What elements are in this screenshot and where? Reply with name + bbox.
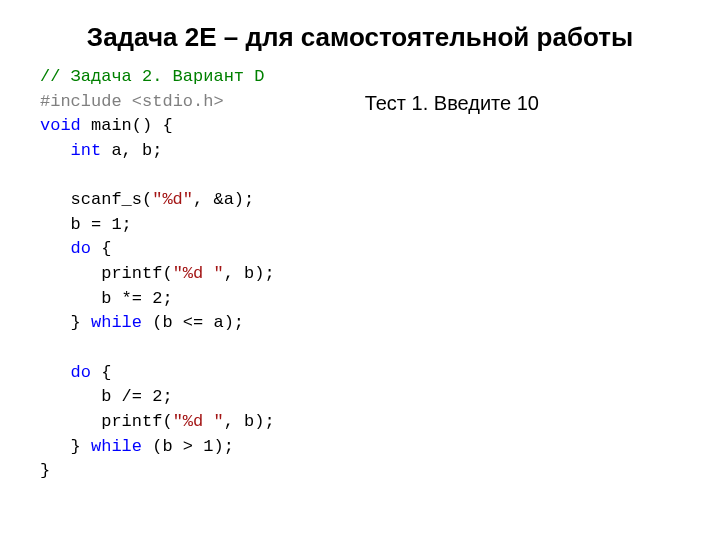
- code-decl: a, b;: [101, 141, 162, 160]
- code-printf2a: printf(: [40, 412, 173, 431]
- code-kw-void: void: [40, 116, 81, 135]
- code-kw-do2: do: [71, 363, 91, 382]
- code-scanf: scanf_s(: [40, 190, 152, 209]
- code-close1: }: [40, 313, 91, 332]
- code-kw-int: int: [71, 141, 102, 160]
- code-str-d: "%d": [152, 190, 193, 209]
- code-preproc: #include: [40, 92, 122, 111]
- code-brace1: {: [91, 239, 111, 258]
- code-str-d-sp1: "%d ": [173, 264, 224, 283]
- code-close2: }: [40, 437, 91, 456]
- code-kw-while2: while: [91, 437, 142, 456]
- code-printf2b: , b);: [224, 412, 275, 431]
- code-end-brace: }: [40, 461, 50, 480]
- code-b-div2: b /= 2;: [40, 387, 173, 406]
- code-main-sig: main() {: [81, 116, 173, 135]
- code-cond1: (b <= a);: [142, 313, 244, 332]
- code-b-eq-1: b = 1;: [40, 215, 132, 234]
- code-comment: // Задача 2. Вариант D: [40, 67, 264, 86]
- code-cond2: (b > 1);: [142, 437, 234, 456]
- test-block: Тест 1. Введите 10: [365, 90, 539, 484]
- code-block: // Задача 2. Вариант D #include <stdio.h…: [40, 65, 275, 484]
- test-line1: Тест 1. Введите 10: [365, 92, 539, 114]
- code-str-d-sp2: "%d ": [173, 412, 224, 431]
- code-printf1b: , b);: [224, 264, 275, 283]
- code-scanf-tail: , &a);: [193, 190, 254, 209]
- content-container: // Задача 2. Вариант D #include <stdio.h…: [0, 65, 720, 484]
- code-kw-while1: while: [91, 313, 142, 332]
- code-printf1a: printf(: [40, 264, 173, 283]
- page-title: Задача 2E – для самостоятельной работы: [0, 0, 720, 65]
- code-b-mul2: b *= 2;: [40, 289, 173, 308]
- code-include-target: <stdio.h>: [132, 92, 224, 111]
- code-brace2: {: [91, 363, 111, 382]
- code-kw-do1: do: [71, 239, 91, 258]
